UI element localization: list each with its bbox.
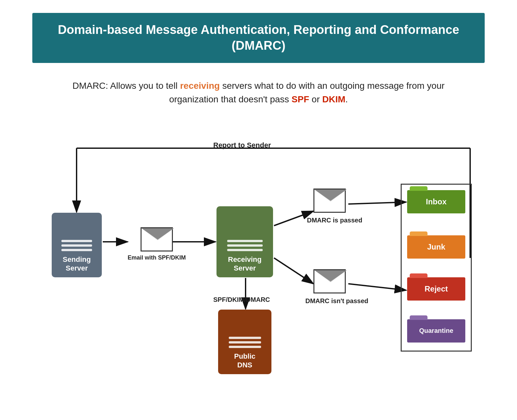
header-banner: Domain-based Message Authentication, Rep… xyxy=(32,13,485,63)
envelope-flap xyxy=(142,228,174,240)
quarantine-tab xyxy=(410,315,427,320)
receiving-server-label: ReceivingServer xyxy=(228,255,262,273)
desc-prefix: DMARC: Allows you to tell xyxy=(72,81,180,91)
public-dns-lines xyxy=(229,337,261,348)
junk-label: Junk xyxy=(427,242,445,251)
line1 xyxy=(227,240,263,242)
line1 xyxy=(61,240,92,242)
inbox-label: Inbox xyxy=(426,197,447,206)
sending-server-box: SendingServer xyxy=(52,213,102,277)
line2 xyxy=(227,244,263,247)
quarantine-label: Quarantine xyxy=(419,327,453,334)
line3 xyxy=(229,346,261,348)
reject-folder: Reject xyxy=(407,277,465,301)
svg-line-6 xyxy=(348,284,406,290)
desc-suffix: . xyxy=(345,94,348,104)
public-dns-box: PublicDNS xyxy=(218,310,271,374)
dmarc-failed-icon xyxy=(313,269,346,293)
line2 xyxy=(61,244,92,247)
desc-or: or xyxy=(309,94,322,104)
report-to-sender-label: Report to Sender xyxy=(213,141,271,149)
email-envelope-icon xyxy=(141,227,173,251)
line1 xyxy=(229,337,261,339)
desc-receiving: receiving xyxy=(180,81,220,91)
email-envelope: Email with SPF/DKIM xyxy=(128,227,186,261)
public-dns-label: PublicDNS xyxy=(234,352,255,370)
dmarc-passed-icon xyxy=(313,189,346,213)
sending-server-label: SendingServer xyxy=(63,255,91,273)
reject-label: Reject xyxy=(425,284,448,293)
receiving-server-lines xyxy=(227,240,263,251)
dmarc-passed-envelope xyxy=(313,189,346,213)
dmarc-failed-envelope xyxy=(313,269,346,293)
sending-server-lines xyxy=(61,240,92,251)
junk-folder: Junk xyxy=(407,235,465,259)
receiving-server-box: ReceivingServer xyxy=(216,206,273,277)
spf-dkim-dmarc-label: SPF/DKIM/DMARC xyxy=(213,296,270,303)
quarantine-folder: Quarantine xyxy=(407,319,465,343)
dmarc-failed-label: DMARC isn't passed xyxy=(305,297,368,305)
desc-spf: SPF xyxy=(291,94,309,104)
line3 xyxy=(227,249,263,251)
line2 xyxy=(229,341,261,343)
svg-line-4 xyxy=(274,258,313,284)
dmarc-passed-label: DMARC is passed xyxy=(307,216,362,224)
page-title: Domain-based Message Authentication, Rep… xyxy=(45,22,472,54)
inbox-folder: Inbox xyxy=(407,190,465,213)
description-text: DMARC: Allows you to tell receiving serv… xyxy=(65,79,452,106)
inbox-tab xyxy=(410,186,427,191)
reject-tab xyxy=(410,273,427,278)
line3 xyxy=(61,249,92,251)
svg-line-5 xyxy=(348,202,406,204)
envelope-flap2 xyxy=(314,190,347,201)
diagram-container: Report to Sender SendingServer Email wit… xyxy=(32,119,485,387)
junk-tab xyxy=(410,231,427,236)
envelope-flap3 xyxy=(314,270,347,282)
desc-dkim: DKIM xyxy=(322,94,345,104)
email-label: Email with SPF/DKIM xyxy=(128,254,186,261)
